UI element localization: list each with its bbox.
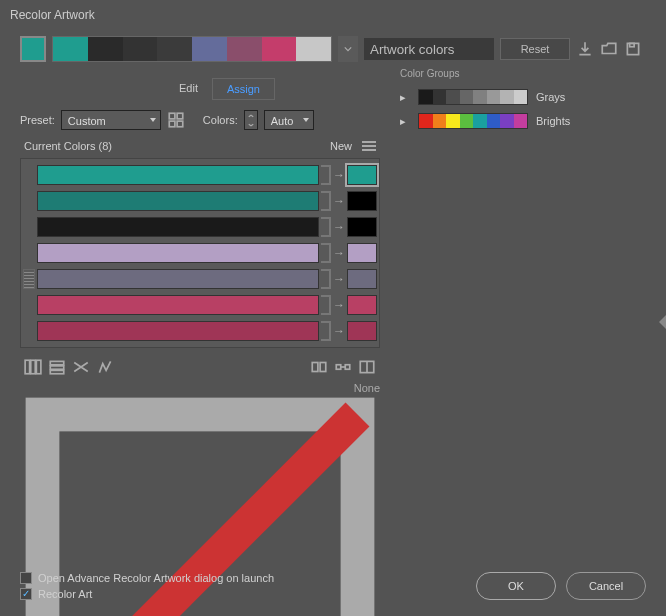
- svg-rect-2: [169, 113, 175, 119]
- save-group-icon[interactable]: [624, 40, 642, 58]
- swatch-dropdown-arrow[interactable]: [338, 36, 358, 62]
- joiner: [321, 321, 331, 341]
- assign-arrow-icon[interactable]: →: [333, 220, 345, 234]
- assign-arrow-icon[interactable]: →: [333, 246, 345, 260]
- swatch[interactable]: [296, 37, 331, 61]
- row-handle[interactable]: [23, 191, 35, 211]
- joiner: [321, 269, 331, 289]
- colors-label: Colors:: [203, 114, 238, 126]
- new-color-swatch[interactable]: [347, 269, 377, 289]
- svg-rect-10: [50, 366, 64, 369]
- svg-rect-14: [336, 365, 341, 370]
- color-group-row[interactable]: ▸ Brights: [400, 109, 646, 133]
- swatch[interactable]: [88, 37, 123, 61]
- swatch[interactable]: [192, 37, 227, 61]
- ok-button[interactable]: OK: [476, 572, 556, 600]
- color-list-menu-icon[interactable]: [362, 141, 376, 151]
- joiner: [321, 191, 331, 211]
- color-row[interactable]: →: [23, 215, 377, 239]
- active-color-swatch[interactable]: [20, 36, 46, 62]
- random-saturate-icon[interactable]: [96, 358, 114, 376]
- flyout-handle[interactable]: [659, 315, 666, 329]
- artwork-colors-input[interactable]: [364, 38, 494, 60]
- svg-rect-6: [25, 360, 30, 374]
- current-color-bar[interactable]: [37, 295, 319, 315]
- find-in-art-icon[interactable]: [310, 358, 328, 376]
- current-color-bar[interactable]: [37, 243, 319, 263]
- new-label: New: [330, 140, 352, 152]
- color-group-name: Brights: [536, 115, 570, 127]
- swatch[interactable]: [157, 37, 192, 61]
- color-tools-row: [20, 358, 380, 376]
- colors-select[interactable]: Auto: [264, 110, 314, 130]
- get-colors-icon[interactable]: [576, 40, 594, 58]
- dialog-title: Recolor Artwork: [0, 0, 666, 30]
- row-handle[interactable]: [23, 217, 35, 237]
- assign-arrow-icon[interactable]: →: [333, 168, 345, 182]
- colors-panel: → → → → → → →: [20, 158, 380, 348]
- svg-rect-5: [177, 121, 183, 127]
- joiner: [321, 295, 331, 315]
- tab-strip: Edit Assign: [60, 78, 380, 100]
- row-handle[interactable]: [23, 321, 35, 341]
- folder-icon[interactable]: [600, 40, 618, 58]
- joiner: [321, 217, 331, 237]
- color-row[interactable]: →: [23, 319, 377, 343]
- current-color-bar[interactable]: [37, 191, 319, 211]
- svg-rect-4: [169, 121, 175, 127]
- assign-arrow-icon[interactable]: →: [333, 324, 345, 338]
- new-color-swatch[interactable]: [347, 295, 377, 315]
- preset-select[interactable]: Custom: [61, 110, 161, 130]
- swatch[interactable]: [262, 37, 297, 61]
- sort-lightness-icon[interactable]: [48, 358, 66, 376]
- color-row[interactable]: →: [23, 267, 377, 291]
- color-row[interactable]: →: [23, 189, 377, 213]
- new-color-swatch[interactable]: [347, 217, 377, 237]
- row-handle[interactable]: [23, 269, 35, 289]
- chevron-right-icon[interactable]: ▸: [400, 91, 410, 104]
- current-color-bar[interactable]: [37, 165, 319, 185]
- swatch[interactable]: [123, 37, 158, 61]
- color-row[interactable]: →: [23, 163, 377, 187]
- assign-arrow-icon[interactable]: →: [333, 272, 345, 286]
- row-handle[interactable]: [23, 243, 35, 263]
- swatch[interactable]: [227, 37, 262, 61]
- color-row[interactable]: →: [23, 293, 377, 317]
- current-color-bar[interactable]: [37, 321, 319, 341]
- tab-assign[interactable]: Assign: [212, 78, 275, 100]
- current-color-bar[interactable]: [37, 269, 319, 289]
- harmony-icon[interactable]: [167, 111, 185, 129]
- sort-hue-icon[interactable]: [24, 358, 42, 376]
- open-advance-checkbox[interactable]: [20, 572, 32, 584]
- recolor-art-checkbox[interactable]: [20, 588, 32, 600]
- merge-colors-icon[interactable]: [334, 358, 352, 376]
- chevron-right-icon[interactable]: ▸: [400, 115, 410, 128]
- swatch[interactable]: [53, 37, 88, 61]
- colors-spinner[interactable]: [244, 110, 258, 130]
- row-handle[interactable]: [23, 165, 35, 185]
- row-handle[interactable]: [23, 295, 35, 315]
- current-color-bar[interactable]: [37, 217, 319, 237]
- new-color-swatch[interactable]: [347, 165, 377, 185]
- new-color-swatch[interactable]: [347, 321, 377, 341]
- open-advance-label: Open Advance Recolor Artwork dialog on l…: [38, 572, 274, 584]
- reset-button[interactable]: Reset: [500, 38, 570, 60]
- color-swatch-strip[interactable]: [52, 36, 332, 62]
- tab-edit[interactable]: Edit: [165, 78, 212, 100]
- preset-row: Preset: Custom Colors: Auto: [20, 110, 380, 130]
- new-color-swatch[interactable]: [347, 191, 377, 211]
- color-group-swatches[interactable]: [418, 113, 528, 129]
- color-group-swatches[interactable]: [418, 89, 528, 105]
- svg-rect-15: [345, 365, 350, 370]
- svg-rect-3: [177, 113, 183, 119]
- cancel-button[interactable]: Cancel: [566, 572, 646, 600]
- new-color-swatch[interactable]: [347, 243, 377, 263]
- random-change-icon[interactable]: [72, 358, 90, 376]
- assign-arrow-icon[interactable]: →: [333, 194, 345, 208]
- recolor-art-label: Recolor Art: [38, 588, 92, 600]
- assign-arrow-icon[interactable]: →: [333, 298, 345, 312]
- color-group-row[interactable]: ▸ Grays: [400, 85, 646, 109]
- separate-colors-icon[interactable]: [358, 358, 376, 376]
- color-row[interactable]: →: [23, 241, 377, 265]
- color-group-name: Grays: [536, 91, 565, 103]
